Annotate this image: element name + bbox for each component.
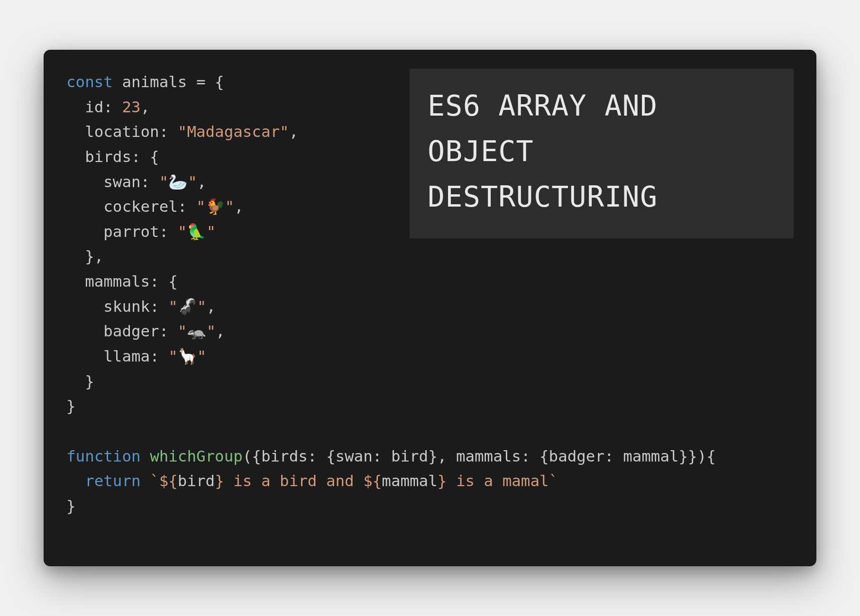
close-brace: } — [428, 447, 438, 465]
str-quote: " — [196, 198, 206, 216]
prop-swan: swan — [103, 173, 140, 191]
comma: , — [141, 98, 150, 116]
colon: : — [150, 298, 168, 316]
fn-params-end: }}){ — [679, 447, 716, 465]
code-card: ES6 ARRAY AND OBJECT DESTRUCTURING const… — [44, 50, 816, 566]
tmpl-tick: ` — [150, 472, 159, 490]
comma: , — [438, 447, 456, 465]
open-brace: : { — [131, 148, 159, 166]
tmpl-var-mammal: mammal — [382, 472, 437, 490]
punc: = { — [187, 73, 224, 91]
prop-parrot: parrot — [103, 223, 159, 241]
fn-params-open: ({ — [243, 447, 261, 465]
comma: , — [206, 298, 216, 316]
tmpl-text: is a bird and — [224, 472, 364, 490]
comma: , — [234, 198, 244, 216]
badger-emoji-icon: 🦡 — [187, 322, 206, 340]
str-quote: " — [225, 198, 235, 216]
stage: ES6 ARRAY AND OBJECT DESTRUCTURING const… — [0, 0, 860, 616]
prop-badger: badger — [103, 322, 159, 340]
colon: : — [178, 198, 196, 216]
tmpl-open: ${ — [363, 472, 382, 490]
fn-name: whichGroup — [150, 447, 243, 465]
skunk-emoji-icon: 🦨 — [178, 298, 197, 316]
tmpl-text: is a mamal — [447, 472, 549, 490]
cockerel-emoji-icon: 🐓 — [206, 198, 225, 216]
llama-emoji-icon: 🦙 — [178, 347, 197, 365]
parrot-emoji-icon: 🦜 — [187, 223, 206, 241]
colon-open: : { — [308, 447, 336, 465]
tmpl-tick: ` — [549, 472, 558, 490]
close-brace: } — [66, 397, 76, 415]
str-quote: " — [206, 322, 216, 340]
fn-close-brace: } — [66, 497, 76, 515]
tmpl-var-bird: bird — [178, 472, 215, 490]
open-brace: : { — [150, 272, 178, 290]
str-quote: " — [178, 322, 187, 340]
comma: , — [289, 123, 299, 141]
colon: : — [159, 322, 178, 340]
str-quote: " — [159, 173, 169, 191]
close-brace-comma: }, — [85, 247, 103, 265]
keyword-return: return — [85, 472, 140, 490]
colon-open: : { — [521, 447, 549, 465]
prop-cockerel: cockerel — [103, 198, 178, 216]
close-brace: } — [85, 372, 94, 390]
prop-mammals: mammals — [85, 272, 150, 290]
str-quote: " — [206, 223, 216, 241]
val-id: 23 — [122, 98, 140, 116]
title-line-3: DESTRUCTURING — [428, 180, 658, 213]
swan-emoji-icon: 🦢 — [168, 173, 188, 191]
colon: : — [159, 123, 178, 141]
colon: : — [150, 347, 168, 365]
comma: , — [216, 322, 225, 340]
prop-id: id — [85, 98, 103, 116]
param-bird-alias: bird — [391, 447, 428, 465]
title-box: ES6 ARRAY AND OBJECT DESTRUCTURING — [410, 69, 794, 238]
prop-llama: llama — [103, 347, 150, 365]
str-quote: " — [188, 173, 197, 191]
str-quote: " — [178, 223, 187, 241]
param-birds: birds — [261, 447, 308, 465]
colon: : — [141, 173, 159, 191]
prop-location: location — [85, 123, 159, 141]
colon: : — [103, 98, 122, 116]
title-text: ES6 ARRAY AND OBJECT DESTRUCTURING — [428, 83, 776, 219]
param-badger: badger — [549, 447, 604, 465]
comma: , — [197, 173, 207, 191]
str-quote: " — [197, 347, 207, 365]
str-quote: " — [197, 298, 207, 316]
var-animals: animals — [122, 73, 187, 91]
prop-birds: birds — [85, 148, 131, 166]
param-mammal-alias: mammal — [623, 447, 678, 465]
colon: : — [373, 447, 391, 465]
keyword-const: const — [66, 73, 113, 91]
colon: : — [604, 447, 623, 465]
tmpl-close: } — [215, 472, 224, 490]
tmpl-open: ${ — [159, 472, 178, 490]
title-line-1: ES6 ARRAY AND — [428, 89, 658, 122]
str-quote: " — [168, 298, 178, 316]
val-location: "Madagascar" — [178, 123, 289, 141]
keyword-function: function — [66, 447, 141, 465]
prop-skunk: skunk — [103, 298, 150, 316]
str-quote: " — [168, 347, 178, 365]
title-line-2: OBJECT — [428, 135, 534, 168]
param-swan: swan — [335, 447, 372, 465]
tmpl-close: } — [438, 472, 447, 490]
colon: : — [159, 223, 178, 241]
param-mammals: mammals — [456, 447, 521, 465]
